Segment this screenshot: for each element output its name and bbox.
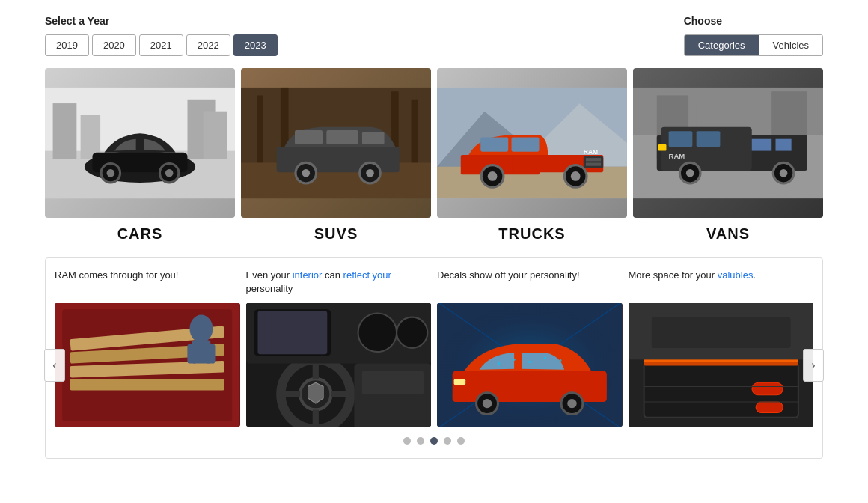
svg-point-25: [366, 169, 374, 177]
svg-rect-52: [776, 139, 792, 151]
car-image: [45, 68, 235, 218]
dot-3[interactable]: [430, 437, 438, 445]
select-year-label: Select a Year: [45, 15, 278, 27]
svg-point-40: [571, 171, 581, 181]
svg-rect-83: [361, 371, 424, 394]
svg-rect-67: [187, 344, 196, 364]
svg-point-58: [780, 169, 788, 177]
cars-label: CARS: [117, 225, 163, 243]
dot-4[interactable]: [444, 437, 451, 445]
svg-rect-105: [651, 317, 790, 347]
svg-point-80: [358, 313, 397, 352]
svg-point-96: [528, 361, 531, 363]
svg-rect-49: [669, 131, 693, 147]
svg-rect-88: [453, 371, 607, 402]
svg-point-23: [302, 169, 310, 177]
vehicle-card-vans[interactable]: RAM VANS: [633, 68, 823, 243]
choose-label: Choose: [684, 15, 722, 27]
van-image: RAM: [633, 68, 823, 218]
header-row: Select a Year 2019 2020 2021 2022 2023 C…: [45, 15, 823, 56]
page-wrapper: Select a Year 2019 2020 2021 2022 2023 C…: [0, 0, 868, 474]
promo-text-2: Even your interior can reflect yourperso…: [246, 269, 432, 296]
promo-img-1: [55, 303, 240, 427]
dot-5[interactable]: [457, 437, 465, 445]
svg-rect-3: [81, 115, 100, 159]
year-btn-2022[interactable]: 2022: [186, 34, 230, 56]
year-btn-2021[interactable]: 2021: [139, 34, 183, 56]
suvs-label: SUVS: [314, 225, 358, 243]
svg-rect-51: [752, 139, 771, 151]
svg-rect-36: [511, 138, 539, 152]
svg-point-95: [513, 359, 516, 361]
svg-point-65: [189, 314, 213, 342]
svg-point-38: [488, 171, 498, 181]
dot-1[interactable]: [403, 437, 411, 445]
promo-images: [55, 303, 813, 427]
svg-rect-19: [295, 130, 323, 144]
svg-rect-18: [277, 147, 400, 172]
svg-rect-89: [454, 379, 465, 385]
svg-rect-35: [480, 138, 508, 152]
suv-image: [241, 68, 431, 218]
year-btn-2019[interactable]: 2019: [45, 34, 89, 56]
prev-arrow-button[interactable]: ‹: [44, 349, 65, 382]
year-buttons: 2019 2020 2021 2022 2023: [45, 34, 278, 56]
year-btn-2020[interactable]: 2020: [92, 34, 136, 56]
svg-rect-50: [697, 131, 721, 147]
promo-text-3: Decals show off your personality!: [437, 269, 623, 296]
svg-point-93: [567, 399, 576, 408]
promo-section: RAM comes through for you! Even your int…: [45, 257, 823, 459]
svg-rect-33: [586, 158, 601, 161]
dots-row: [55, 437, 813, 445]
year-selector: Select a Year 2019 2020 2021 2022 2023: [45, 15, 278, 56]
svg-rect-21: [362, 132, 385, 144]
svg-rect-53: [658, 144, 667, 150]
vehicle-grid: CARS: [45, 68, 823, 243]
svg-point-97: [544, 357, 546, 359]
dot-2[interactable]: [417, 437, 424, 445]
svg-point-9: [107, 169, 115, 177]
svg-point-11: [165, 169, 174, 177]
svg-point-98: [559, 359, 561, 362]
svg-rect-34: [586, 162, 601, 165]
choose-buttons: Categories Vehicles: [684, 34, 823, 56]
svg-text:RAM: RAM: [584, 148, 598, 156]
vehicles-button[interactable]: Vehicles: [759, 35, 822, 55]
year-btn-2023[interactable]: 2023: [233, 34, 278, 56]
svg-rect-107: [756, 402, 783, 412]
svg-rect-5: [204, 112, 227, 159]
promo-img-4: [629, 303, 814, 427]
svg-point-94: [498, 362, 500, 365]
trucks-label: TRUCKS: [498, 225, 565, 243]
promo-text-1: RAM comes through for you!: [55, 269, 240, 296]
svg-rect-68: [206, 344, 215, 364]
svg-rect-20: [326, 130, 358, 144]
truck-image: RAM: [437, 68, 627, 218]
promo-images-wrapper: ‹: [55, 303, 813, 427]
categories-button[interactable]: Categories: [685, 35, 759, 55]
svg-point-81: [397, 317, 427, 347]
vehicle-card-suvs[interactable]: SUVS: [241, 68, 431, 243]
promo-texts: RAM comes through for you! Even your int…: [55, 269, 813, 296]
choose-section: Choose Categories Vehicles: [684, 15, 823, 56]
svg-rect-106: [752, 382, 783, 395]
svg-point-56: [686, 169, 694, 177]
next-arrow-button[interactable]: ›: [803, 349, 824, 382]
vans-label: VANS: [706, 225, 750, 243]
svg-rect-2: [53, 103, 77, 159]
promo-img-3: [437, 303, 623, 427]
svg-rect-64: [70, 379, 224, 390]
promo-img-2: [246, 303, 432, 427]
vehicle-card-cars[interactable]: CARS: [45, 68, 235, 243]
svg-text:RAM: RAM: [669, 152, 685, 160]
svg-rect-79: [257, 311, 327, 354]
promo-text-4: More space for your valubles.: [629, 269, 814, 296]
vehicle-card-trucks[interactable]: RAM TRUCKS: [437, 68, 627, 243]
svg-point-91: [483, 399, 492, 408]
